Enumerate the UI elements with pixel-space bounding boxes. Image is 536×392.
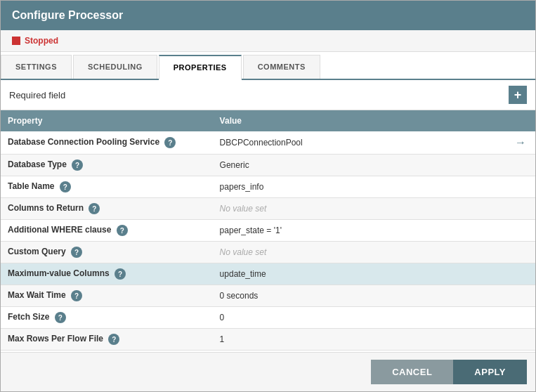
property-name-cell: Custom Query ? [1,242,213,263]
property-value-cell[interactable]: papers_info [213,176,506,198]
table-row[interactable]: Table Name ?papers_info [1,176,535,198]
help-icon[interactable]: ? [117,225,128,236]
help-icon[interactable]: ? [60,181,71,192]
property-name-cell: Columns to Return ? [1,198,213,220]
apply-button[interactable]: APPLY [453,360,527,384]
help-icon[interactable]: ? [115,268,126,280]
table-row[interactable]: Additional WHERE clause ?paper_state = '… [1,220,535,242]
help-icon[interactable]: ? [71,290,82,301]
configure-processor-dialog: Configure Processor Stopped SETTINGS SCH… [0,0,536,392]
properties-table-container[interactable]: Property Value Database Connection Pooli… [1,110,535,352]
property-value-cell[interactable]: 0 [213,307,506,329]
help-icon[interactable]: ? [72,159,83,171]
help-icon[interactable]: ? [164,137,176,148]
property-action-cell[interactable] [506,155,535,176]
dialog-header: Configure Processor [1,1,535,30]
property-value-cell[interactable]: Generic [213,155,506,176]
help-icon[interactable]: ? [71,247,82,258]
table-row[interactable]: Max Wait Time ?0 seconds [1,285,535,307]
property-value-cell[interactable]: 1 [213,329,506,351]
table-row[interactable]: Max Rows Per Flow File ?1 [1,329,535,351]
dialog-footer: CANCEL APPLY [1,352,535,391]
tab-bar: SETTINGS SCHEDULING PROPERTIES COMMENTS [1,52,535,80]
property-name-cell: Database Type ? [1,155,213,176]
add-property-button[interactable]: + [509,86,527,104]
property-value-cell[interactable]: 0 seconds [213,285,506,307]
property-value-cell[interactable]: No value set [213,242,506,263]
property-name-cell: Fetch Size ? [1,307,213,329]
cancel-button[interactable]: CANCEL [371,360,453,384]
tab-comments[interactable]: COMMENTS [243,55,320,79]
property-action-cell[interactable] [506,307,535,329]
property-name-cell: Max Rows Per Flow File ? [1,329,213,351]
property-name-cell: Additional WHERE clause ? [1,220,213,242]
property-value-cell[interactable]: No value set [213,198,506,220]
properties-table: Property Value Database Connection Pooli… [1,110,535,352]
help-icon[interactable]: ? [89,203,100,214]
property-name-cell: Maximum-value Columns ? [1,263,213,285]
tab-scheduling[interactable]: SCHEDULING [73,55,157,79]
property-action-cell[interactable] [506,220,535,242]
table-row[interactable]: Database Type ?Generic [1,155,535,176]
table-header-row: Property Value [1,110,535,131]
property-name-cell: Max Wait Time ? [1,285,213,307]
required-field-bar: Required field + [1,80,535,110]
table-row[interactable]: Custom Query ?No value set [1,242,535,263]
status-indicator-icon [12,37,20,45]
tab-settings[interactable]: SETTINGS [1,55,72,79]
action-column-header [506,110,535,131]
property-action-cell[interactable] [506,176,535,198]
dialog-title: Configure Processor [12,9,123,21]
table-row[interactable]: Maximum-value Columns ?update_time [1,263,535,285]
table-row[interactable]: Fetch Size ?0 [1,307,535,329]
table-row[interactable]: Database Connection Pooling Service ?DBC… [1,131,535,155]
property-value-cell[interactable]: DBCPConnectionPool [213,131,506,155]
property-action-cell[interactable] [506,329,535,351]
tab-properties[interactable]: PROPERTIES [159,55,242,80]
value-column-header: Value [213,110,506,131]
navigate-arrow-icon[interactable]: → [515,136,526,148]
property-column-header: Property [1,110,213,131]
property-action-cell[interactable] [506,263,535,285]
required-field-label: Required field [9,90,65,100]
status-label: Stopped [25,36,58,46]
property-action-cell[interactable]: → [506,131,535,155]
property-name-cell: Database Connection Pooling Service ? [1,131,213,155]
table-row[interactable]: Columns to Return ?No value set [1,198,535,220]
property-action-cell[interactable] [506,242,535,263]
property-value-cell[interactable]: paper_state = '1' [213,220,506,242]
status-bar: Stopped [1,30,535,52]
property-action-cell[interactable] [506,285,535,307]
help-icon[interactable]: ? [108,334,119,345]
property-name-cell: Table Name ? [1,176,213,198]
property-action-cell[interactable] [506,198,535,220]
property-value-cell[interactable]: update_time [213,263,506,285]
help-icon[interactable]: ? [55,312,66,323]
